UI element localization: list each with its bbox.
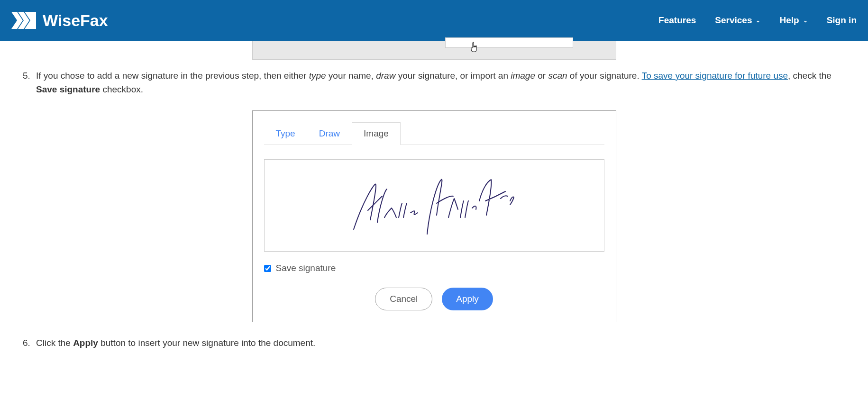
text: , check the: [788, 71, 831, 81]
step-5-number: 5.: [23, 69, 32, 96]
signature-panel: Type Draw Image Save signature Cancel Ap…: [252, 110, 616, 322]
apply-bold: Apply: [73, 338, 98, 348]
cancel-button[interactable]: Cancel: [375, 288, 432, 310]
apply-button[interactable]: Apply: [442, 288, 493, 310]
nav-help-label: Help: [779, 15, 799, 26]
logo-text: WiseFax: [43, 11, 108, 30]
tab-draw[interactable]: Draw: [307, 122, 352, 145]
chevron-down-icon: ⌄: [756, 17, 760, 24]
step-5-text: If you chose to add a new signature in t…: [36, 69, 845, 96]
text: button to insert your new signature into…: [98, 338, 315, 348]
save-signature-label: Save signature: [276, 263, 336, 273]
text: or: [535, 71, 548, 81]
signature-tabs: Type Draw Image: [264, 122, 604, 145]
draw-italic: draw: [376, 71, 395, 81]
save-signature-checkbox-row: Save signature: [264, 263, 604, 273]
chevron-down-icon: ⌄: [803, 17, 808, 24]
nav: Features Services ⌄ Help ⌄ Sign in: [658, 15, 857, 26]
image-italic: image: [511, 71, 535, 81]
save-signature-bold: Save signature: [36, 84, 100, 94]
step-6-text: Click the Apply button to insert your ne…: [36, 336, 845, 350]
signature-button-row: Cancel Apply: [264, 288, 604, 310]
signature-image-box: [264, 159, 604, 252]
nav-services[interactable]: Services ⌄: [715, 15, 760, 26]
nav-features[interactable]: Features: [658, 15, 696, 26]
text: your name,: [326, 71, 376, 81]
save-signature-checkbox[interactable]: [264, 265, 271, 272]
logo-icon: [11, 12, 37, 29]
text: checkbox.: [100, 84, 143, 94]
type-italic: type: [309, 71, 326, 81]
text: If you chose to add a new signature in t…: [36, 71, 309, 81]
previous-section-inner: [445, 37, 573, 48]
step-5: 5. If you chose to add a new signature i…: [23, 69, 845, 96]
text: of your signature.: [567, 71, 642, 81]
tab-type[interactable]: Type: [264, 122, 307, 145]
text: Click the: [36, 338, 73, 348]
nav-services-label: Services: [715, 15, 752, 26]
signature-image: [344, 172, 524, 239]
text: your signature, or import an: [395, 71, 511, 81]
scan-italic: scan: [548, 71, 567, 81]
nav-signin-label: Sign in: [827, 15, 857, 26]
logo-container[interactable]: WiseFax: [11, 11, 108, 30]
step-6: 6. Click the Apply button to insert your…: [23, 336, 845, 350]
nav-signin[interactable]: Sign in: [827, 15, 857, 26]
step-6-number: 6.: [23, 336, 32, 350]
save-signature-link[interactable]: To save your signature for future use: [642, 71, 788, 81]
pointer-cursor-icon: [470, 41, 481, 55]
nav-help[interactable]: Help ⌄: [779, 15, 807, 26]
previous-section-fragment: [252, 41, 616, 60]
content: 5. If you chose to add a new signature i…: [0, 41, 868, 350]
tab-image[interactable]: Image: [352, 122, 401, 145]
header: WiseFax Features Services ⌄ Help ⌄ Sign …: [0, 0, 868, 41]
nav-features-label: Features: [658, 15, 696, 26]
